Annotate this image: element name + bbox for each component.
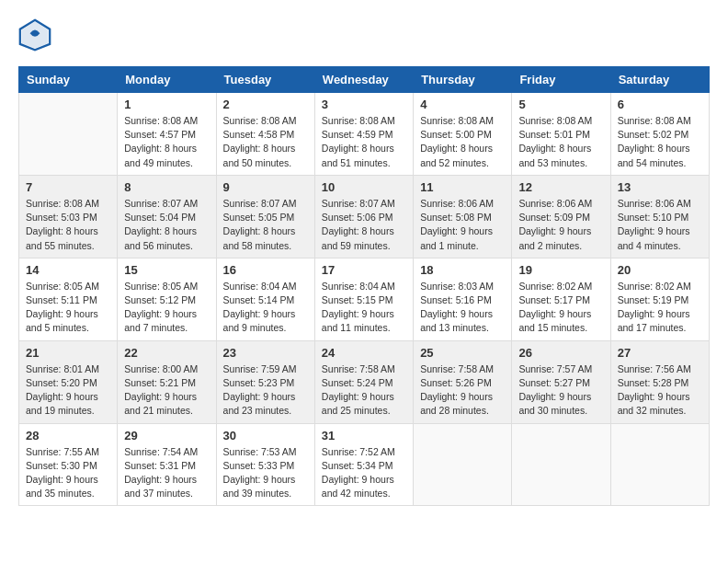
calendar-day-cell xyxy=(512,423,610,506)
day-of-week-header: Thursday xyxy=(414,67,512,93)
day-detail: Sunrise: 8:08 AMSunset: 5:01 PMDaylight:… xyxy=(518,114,603,170)
calendar-day-cell: 19Sunrise: 8:02 AMSunset: 5:17 PMDayligh… xyxy=(512,258,610,340)
sunset-text: Sunset: 5:34 PM xyxy=(322,460,393,471)
sunrise-text: Sunrise: 8:08 AM xyxy=(518,115,592,126)
sunset-text: Sunset: 5:11 PM xyxy=(26,294,97,305)
calendar-day-cell: 27Sunrise: 7:56 AMSunset: 5:28 PMDayligh… xyxy=(610,340,709,423)
calendar-day-cell: 10Sunrise: 8:07 AMSunset: 5:06 PMDayligh… xyxy=(314,175,413,258)
day-detail: Sunrise: 8:08 AMSunset: 5:02 PMDaylight:… xyxy=(618,114,702,170)
day-detail: Sunrise: 7:59 AMSunset: 5:23 PMDaylight:… xyxy=(223,362,308,419)
day-number: 21 xyxy=(26,346,110,360)
day-detail: Sunrise: 8:08 AMSunset: 5:00 PMDaylight:… xyxy=(420,114,505,170)
daylight-text: Daylight: 9 hours and 19 minutes. xyxy=(26,391,98,416)
sunset-text: Sunset: 4:59 PM xyxy=(322,129,393,140)
daylight-text: Daylight: 8 hours and 52 minutes. xyxy=(420,143,493,167)
sunset-text: Sunset: 5:08 PM xyxy=(420,212,492,223)
day-number: 19 xyxy=(518,263,603,277)
day-of-week-header: Wednesday xyxy=(314,67,413,93)
sunrise-text: Sunrise: 8:08 AM xyxy=(618,115,691,126)
calendar-day-cell: 8Sunrise: 8:07 AMSunset: 5:04 PMDaylight… xyxy=(118,175,216,258)
daylight-text: Daylight: 8 hours and 58 minutes. xyxy=(223,225,296,250)
day-number: 25 xyxy=(420,346,505,360)
day-detail: Sunrise: 8:06 AMSunset: 5:08 PMDaylight:… xyxy=(420,197,505,253)
day-detail: Sunrise: 8:05 AMSunset: 5:11 PMDaylight:… xyxy=(26,280,110,336)
sunrise-text: Sunrise: 7:56 AM xyxy=(618,363,691,374)
day-number: 28 xyxy=(26,429,110,442)
day-detail: Sunrise: 8:07 AMSunset: 5:05 PMDaylight:… xyxy=(223,197,308,253)
daylight-text: Daylight: 8 hours and 54 minutes. xyxy=(618,143,690,167)
day-detail: Sunrise: 8:08 AMSunset: 5:03 PMDaylight:… xyxy=(26,197,110,253)
day-detail: Sunrise: 8:01 AMSunset: 5:20 PMDaylight:… xyxy=(26,362,110,419)
day-detail: Sunrise: 8:06 AMSunset: 5:10 PMDaylight:… xyxy=(618,197,702,253)
sunset-text: Sunset: 5:26 PM xyxy=(420,377,492,388)
day-detail: Sunrise: 8:00 AMSunset: 5:21 PMDaylight:… xyxy=(124,362,209,419)
sunset-text: Sunset: 5:28 PM xyxy=(618,377,689,388)
sunset-text: Sunset: 5:27 PM xyxy=(518,377,590,388)
calendar-day-cell xyxy=(19,93,118,176)
calendar-day-cell: 20Sunrise: 8:02 AMSunset: 5:19 PMDayligh… xyxy=(610,258,709,340)
day-number: 8 xyxy=(124,180,209,194)
calendar-day-cell: 6Sunrise: 8:08 AMSunset: 5:02 PMDaylight… xyxy=(610,93,709,176)
day-detail: Sunrise: 8:08 AMSunset: 4:59 PMDaylight:… xyxy=(322,114,406,170)
daylight-text: Daylight: 9 hours and 35 minutes. xyxy=(26,474,98,499)
calendar-week-row: 7Sunrise: 8:08 AMSunset: 5:03 PMDaylight… xyxy=(19,175,710,258)
sunset-text: Sunset: 5:01 PM xyxy=(518,129,590,140)
sunset-text: Sunset: 5:05 PM xyxy=(223,212,295,223)
day-detail: Sunrise: 8:07 AMSunset: 5:06 PMDaylight:… xyxy=(322,197,406,253)
calendar-day-cell: 28Sunrise: 7:55 AMSunset: 5:30 PMDayligh… xyxy=(19,423,118,506)
calendar-day-cell: 5Sunrise: 8:08 AMSunset: 5:01 PMDaylight… xyxy=(512,93,610,176)
calendar-day-cell: 16Sunrise: 8:04 AMSunset: 5:14 PMDayligh… xyxy=(216,258,314,340)
sunrise-text: Sunrise: 8:08 AM xyxy=(26,198,99,209)
calendar-day-cell: 30Sunrise: 7:53 AMSunset: 5:33 PMDayligh… xyxy=(216,423,314,506)
sunrise-text: Sunrise: 8:00 AM xyxy=(124,363,198,374)
calendar-day-cell: 11Sunrise: 8:06 AMSunset: 5:08 PMDayligh… xyxy=(414,175,512,258)
day-number: 22 xyxy=(124,346,209,360)
day-number: 7 xyxy=(26,180,110,194)
day-detail: Sunrise: 8:03 AMSunset: 5:16 PMDaylight:… xyxy=(420,280,505,336)
daylight-text: Daylight: 8 hours and 59 minutes. xyxy=(322,225,394,250)
day-number: 13 xyxy=(618,180,702,194)
daylight-text: Daylight: 9 hours and 4 minutes. xyxy=(618,225,690,250)
calendar-week-row: 21Sunrise: 8:01 AMSunset: 5:20 PMDayligh… xyxy=(19,340,710,423)
day-detail: Sunrise: 8:07 AMSunset: 5:04 PMDaylight:… xyxy=(124,197,209,253)
day-detail: Sunrise: 8:08 AMSunset: 4:57 PMDaylight:… xyxy=(124,114,209,170)
sunrise-text: Sunrise: 8:04 AM xyxy=(322,281,395,292)
calendar-day-cell: 1Sunrise: 8:08 AMSunset: 4:57 PMDaylight… xyxy=(118,93,216,176)
sunrise-text: Sunrise: 8:07 AM xyxy=(124,198,198,209)
sunrise-text: Sunrise: 8:05 AM xyxy=(26,281,99,292)
sunrise-text: Sunrise: 8:07 AM xyxy=(223,198,297,209)
daylight-text: Daylight: 8 hours and 49 minutes. xyxy=(124,143,197,167)
daylight-text: Daylight: 9 hours and 11 minutes. xyxy=(322,308,394,333)
sunset-text: Sunset: 5:19 PM xyxy=(618,294,689,305)
logo-icon xyxy=(18,18,51,52)
sunset-text: Sunset: 5:09 PM xyxy=(518,212,590,223)
sunrise-text: Sunrise: 8:05 AM xyxy=(124,281,198,292)
sunrise-text: Sunrise: 8:02 AM xyxy=(518,281,592,292)
day-detail: Sunrise: 7:58 AMSunset: 5:26 PMDaylight:… xyxy=(420,362,505,419)
sunrise-text: Sunrise: 8:01 AM xyxy=(26,363,99,374)
sunset-text: Sunset: 5:03 PM xyxy=(26,212,97,223)
day-detail: Sunrise: 7:52 AMSunset: 5:34 PMDaylight:… xyxy=(322,445,406,501)
sunset-text: Sunset: 5:20 PM xyxy=(26,377,97,388)
day-number: 26 xyxy=(518,346,603,360)
sunrise-text: Sunrise: 8:07 AM xyxy=(322,198,395,209)
day-detail: Sunrise: 8:02 AMSunset: 5:17 PMDaylight:… xyxy=(518,280,603,336)
day-number: 16 xyxy=(223,263,308,277)
day-number: 6 xyxy=(618,98,702,111)
day-number: 11 xyxy=(420,180,505,194)
daylight-text: Daylight: 9 hours and 37 minutes. xyxy=(124,474,197,499)
day-detail: Sunrise: 8:04 AMSunset: 5:15 PMDaylight:… xyxy=(322,280,406,336)
daylight-text: Daylight: 9 hours and 21 minutes. xyxy=(124,391,197,416)
sunset-text: Sunset: 5:06 PM xyxy=(322,212,393,223)
daylight-text: Daylight: 9 hours and 1 minute. xyxy=(420,225,493,250)
day-of-week-header: Sunday xyxy=(19,67,118,93)
sunrise-text: Sunrise: 7:52 AM xyxy=(322,446,395,457)
daylight-text: Daylight: 9 hours and 30 minutes. xyxy=(518,391,591,416)
day-number: 9 xyxy=(223,180,308,194)
sunrise-text: Sunrise: 7:59 AM xyxy=(223,363,297,374)
sunrise-text: Sunrise: 7:53 AM xyxy=(223,446,297,457)
sunset-text: Sunset: 5:15 PM xyxy=(322,294,393,305)
day-detail: Sunrise: 7:56 AMSunset: 5:28 PMDaylight:… xyxy=(618,362,702,419)
day-number: 23 xyxy=(223,346,308,360)
daylight-text: Daylight: 9 hours and 9 minutes. xyxy=(223,308,296,333)
